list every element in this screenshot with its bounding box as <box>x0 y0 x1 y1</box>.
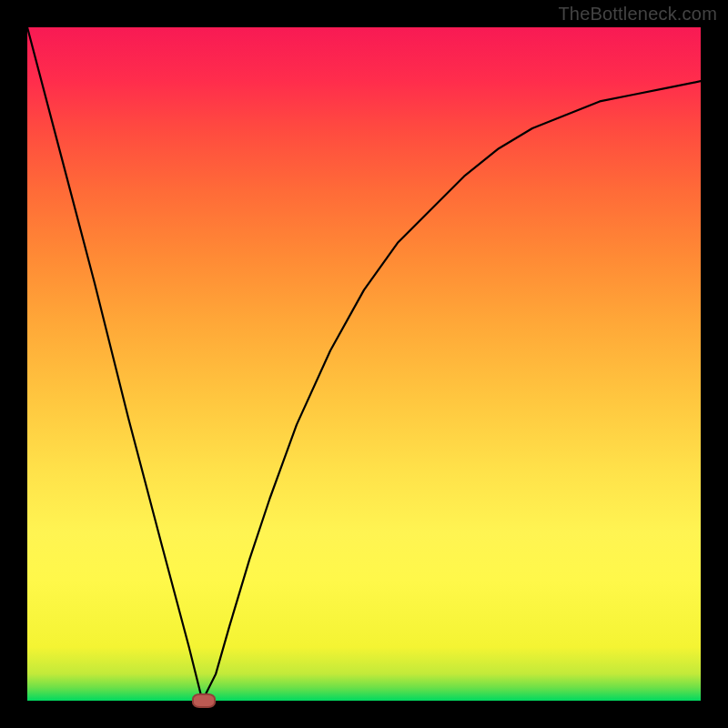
chart-minimum-marker <box>192 693 216 708</box>
chart-plot-area <box>27 27 701 701</box>
chart-curve <box>27 27 701 701</box>
watermark-text: TheBottleneck.com <box>558 4 717 25</box>
chart-curve-path <box>27 27 701 701</box>
chart-frame: TheBottleneck.com <box>0 0 728 728</box>
